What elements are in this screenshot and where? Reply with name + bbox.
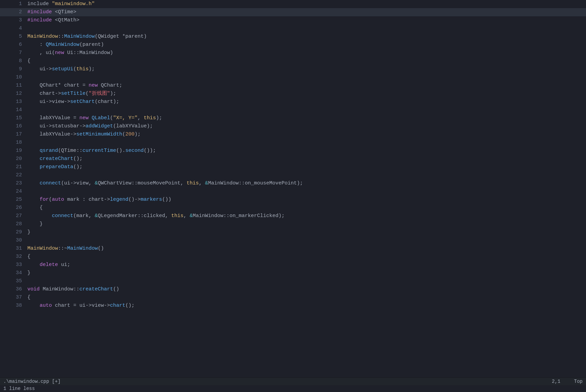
line-content: : QMainWindow(parent) xyxy=(26,41,586,49)
line-content xyxy=(26,236,586,245)
table-row: 28 } xyxy=(0,220,586,228)
line-number: 8 xyxy=(0,57,26,65)
line-content: void MainWindow::createChart() xyxy=(26,285,586,293)
line-number: 5 xyxy=(0,33,26,41)
line-number: 27 xyxy=(0,212,26,220)
table-row: 21 prepareData(); xyxy=(0,163,586,171)
table-row: 31 MainWindow::~MainWindow() xyxy=(0,245,586,253)
line-number: 12 xyxy=(0,90,26,98)
table-row: 37 { xyxy=(0,293,586,302)
table-row: 34 } xyxy=(0,269,586,277)
line-content xyxy=(26,139,586,147)
line-number: 37 xyxy=(0,293,26,302)
table-row: 5 MainWindow::MainWindow(QWidget *parent… xyxy=(0,33,586,41)
line-number: 36 xyxy=(0,285,26,293)
table-row: 30 xyxy=(0,236,586,245)
editor-container: 1 include "mainwindow.h" 2 #include <QTi… xyxy=(0,0,586,392)
code-area[interactable]: 1 include "mainwindow.h" 2 #include <QTi… xyxy=(0,0,586,377)
line-number: 14 xyxy=(0,106,26,114)
bottom-bar: 1 line less xyxy=(0,385,586,392)
table-row: 13 ui->view->setChart(chart); xyxy=(0,98,586,106)
table-row: 32 { xyxy=(0,253,586,261)
table-row: 2 #include <QTime> xyxy=(0,8,586,16)
line-number: 9 xyxy=(0,65,26,73)
line-content: ui->setupUi(this); xyxy=(26,65,586,73)
line-number: 28 xyxy=(0,220,26,228)
line-number: 25 xyxy=(0,196,26,204)
line-number: 21 xyxy=(0,163,26,171)
line-content xyxy=(26,277,586,285)
line-content: labXYValue->setMinimumWidth(200); xyxy=(26,130,586,139)
table-row: 12 chart->setTitle("折线图"); xyxy=(0,90,586,98)
line-content: #include <QtMath> xyxy=(26,16,586,24)
line-content: ui->statusbar->addWidget(labXYValue); xyxy=(26,122,586,130)
table-row: 3 #include <QtMath> xyxy=(0,16,586,24)
line-content: createChart(); xyxy=(26,155,586,163)
table-row: 8 { xyxy=(0,57,586,65)
line-number: 26 xyxy=(0,204,26,212)
line-number: 18 xyxy=(0,139,26,147)
line-content xyxy=(26,24,586,33)
line-content: connect(ui->view, &QWChartView::mouseMov… xyxy=(26,179,586,188)
line-content: { xyxy=(26,57,586,65)
line-content: #include <QTime> xyxy=(26,8,586,16)
line-number: 11 xyxy=(0,82,26,90)
line-content: auto chart = ui->view->chart(); xyxy=(26,302,586,310)
bottom-info: 1 line less xyxy=(3,386,35,391)
line-content: ui->view->setChart(chart); xyxy=(26,98,586,106)
line-number: 4 xyxy=(0,24,26,33)
table-row: 9 ui->setupUi(this); xyxy=(0,65,586,73)
line-content: , ui(new Ui::MainWindow) xyxy=(26,49,586,57)
status-filename: .\mainwindow.cpp [+] xyxy=(3,379,552,384)
line-number: 17 xyxy=(0,130,26,139)
line-content: chart->setTitle("折线图"); xyxy=(26,90,586,98)
table-row: 27 connect(mark, &QLegendMarker::clicked… xyxy=(0,212,586,220)
table-row: 36 void MainWindow::createChart() xyxy=(0,285,586,293)
line-number: 10 xyxy=(0,73,26,82)
line-content xyxy=(26,171,586,179)
table-row: 20 createChart(); xyxy=(0,155,586,163)
code-table: 1 include "mainwindow.h" 2 #include <QTi… xyxy=(0,0,586,310)
line-content: { xyxy=(26,204,586,212)
line-number: 33 xyxy=(0,261,26,269)
line-content: qsrand(QTime::currentTime().second()); xyxy=(26,147,586,155)
table-row: 33 delete ui; xyxy=(0,261,586,269)
line-content: labXYValue = new QLabel("X=, Y=", this); xyxy=(26,114,586,122)
line-number: 13 xyxy=(0,98,26,106)
line-content: prepareData(); xyxy=(26,163,586,171)
table-row: 17 labXYValue->setMinimumWidth(200); xyxy=(0,130,586,139)
table-row: 6 : QMainWindow(parent) xyxy=(0,41,586,49)
table-row: 29 } xyxy=(0,228,586,236)
line-number: 31 xyxy=(0,245,26,253)
line-number: 29 xyxy=(0,228,26,236)
line-number: 22 xyxy=(0,171,26,179)
line-number: 7 xyxy=(0,49,26,57)
line-content: MainWindow::~MainWindow() xyxy=(26,245,586,253)
line-number: 32 xyxy=(0,253,26,261)
line-number: 6 xyxy=(0,41,26,49)
table-row: 1 include "mainwindow.h" xyxy=(0,0,586,8)
table-row: 14 xyxy=(0,106,586,114)
line-number: 2 xyxy=(0,8,26,16)
line-content xyxy=(26,73,586,82)
status-bar: .\mainwindow.cpp [+] 2,1 Top xyxy=(0,377,586,385)
table-row: 11 QChart* chart = new QChart; xyxy=(0,82,586,90)
line-content: delete ui; xyxy=(26,261,586,269)
line-content: connect(mark, &QLegendMarker::clicked, t… xyxy=(26,212,586,220)
line-content: MainWindow::MainWindow(QWidget *parent) xyxy=(26,33,586,41)
status-scroll: Top xyxy=(574,379,583,384)
status-position: 2,1 xyxy=(552,379,560,384)
table-row: 23 connect(ui->view, &QWChartView::mouse… xyxy=(0,179,586,188)
line-content: QChart* chart = new QChart; xyxy=(26,82,586,90)
line-number: 16 xyxy=(0,122,26,130)
line-content xyxy=(26,188,586,196)
table-row: 19 qsrand(QTime::currentTime().second())… xyxy=(0,147,586,155)
line-number: 1 xyxy=(0,0,26,8)
line-content: } xyxy=(26,228,586,236)
line-content: } xyxy=(26,220,586,228)
line-number: 35 xyxy=(0,277,26,285)
table-row: 24 xyxy=(0,188,586,196)
line-number: 23 xyxy=(0,179,26,188)
line-content: { xyxy=(26,293,586,302)
line-content: include "mainwindow.h" xyxy=(26,0,586,8)
